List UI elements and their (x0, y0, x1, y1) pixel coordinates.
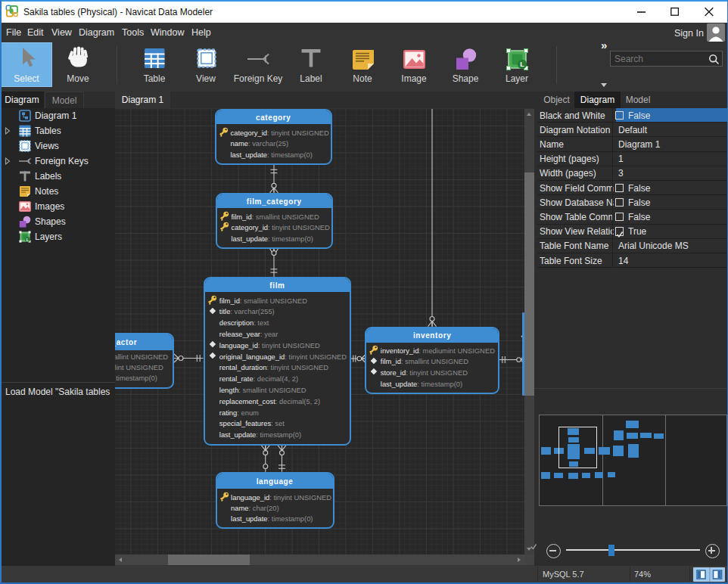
svg-text:L: L (520, 61, 524, 68)
